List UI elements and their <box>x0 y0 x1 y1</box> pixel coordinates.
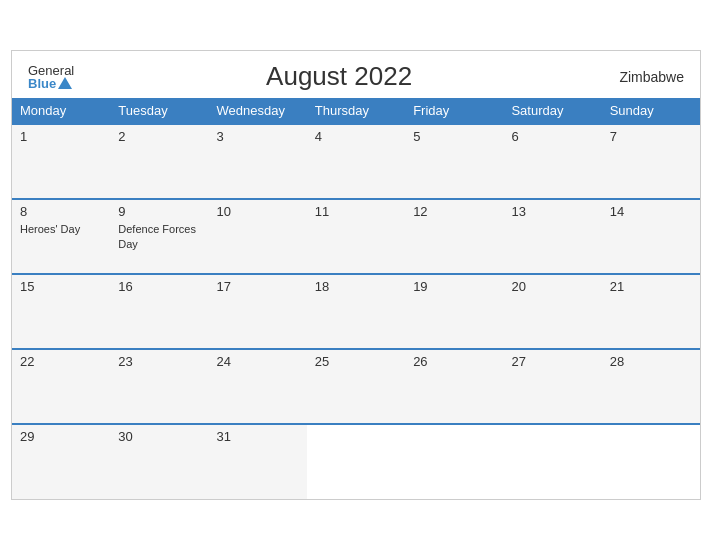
calendar-container: General Blue August 2022 Zimbabwe Monday… <box>11 50 701 500</box>
header-friday: Friday <box>405 98 503 124</box>
logo-general-text: General <box>28 64 74 77</box>
day-number: 13 <box>511 204 593 219</box>
calendar-cell <box>602 424 700 499</box>
header-tuesday: Tuesday <box>110 98 208 124</box>
day-number: 9 <box>118 204 200 219</box>
day-number: 30 <box>118 429 200 444</box>
header-wednesday: Wednesday <box>209 98 307 124</box>
calendar-cell: 6 <box>503 124 601 199</box>
week-row-5: 293031 <box>12 424 700 499</box>
day-number: 17 <box>217 279 299 294</box>
calendar-cell: 1 <box>12 124 110 199</box>
logo-blue-text: Blue <box>28 77 74 90</box>
calendar-cell: 21 <box>602 274 700 349</box>
day-number: 16 <box>118 279 200 294</box>
day-number: 31 <box>217 429 299 444</box>
calendar-cell: 23 <box>110 349 208 424</box>
day-number: 10 <box>217 204 299 219</box>
calendar-cell: 20 <box>503 274 601 349</box>
day-number: 24 <box>217 354 299 369</box>
holiday-label: Heroes' Day <box>20 223 80 235</box>
logo-triangle-icon <box>58 77 72 89</box>
day-number: 4 <box>315 129 397 144</box>
calendar-cell: 15 <box>12 274 110 349</box>
calendar-cell: 31 <box>209 424 307 499</box>
calendar-cell: 14 <box>602 199 700 274</box>
day-number: 11 <box>315 204 397 219</box>
calendar-cell: 19 <box>405 274 503 349</box>
day-number: 20 <box>511 279 593 294</box>
calendar-cell: 11 <box>307 199 405 274</box>
week-row-1: 1234567 <box>12 124 700 199</box>
day-number: 19 <box>413 279 495 294</box>
calendar-body: 12345678Heroes' Day9Defence Forces Day10… <box>12 124 700 499</box>
day-number: 8 <box>20 204 102 219</box>
calendar-cell: 18 <box>307 274 405 349</box>
day-number: 18 <box>315 279 397 294</box>
calendar-cell: 5 <box>405 124 503 199</box>
day-number: 22 <box>20 354 102 369</box>
day-number: 3 <box>217 129 299 144</box>
day-number: 26 <box>413 354 495 369</box>
calendar-cell: 10 <box>209 199 307 274</box>
calendar-cell: 25 <box>307 349 405 424</box>
calendar-cell: 29 <box>12 424 110 499</box>
day-number: 6 <box>511 129 593 144</box>
calendar-header: General Blue August 2022 Zimbabwe <box>12 51 700 98</box>
day-number: 15 <box>20 279 102 294</box>
calendar-cell: 3 <box>209 124 307 199</box>
calendar-cell: 13 <box>503 199 601 274</box>
calendar-title: August 2022 <box>74 61 604 92</box>
calendar-grid: Monday Tuesday Wednesday Thursday Friday… <box>12 98 700 499</box>
calendar-cell: 12 <box>405 199 503 274</box>
calendar-cell: 4 <box>307 124 405 199</box>
calendar-cell <box>503 424 601 499</box>
calendar-cell: 27 <box>503 349 601 424</box>
weekday-header-row: Monday Tuesday Wednesday Thursday Friday… <box>12 98 700 124</box>
calendar-cell: 2 <box>110 124 208 199</box>
calendar-cell <box>307 424 405 499</box>
calendar-cell <box>405 424 503 499</box>
week-row-3: 15161718192021 <box>12 274 700 349</box>
calendar-cell: 8Heroes' Day <box>12 199 110 274</box>
day-number: 14 <box>610 204 692 219</box>
day-number: 28 <box>610 354 692 369</box>
calendar-cell: 9Defence Forces Day <box>110 199 208 274</box>
week-row-2: 8Heroes' Day9Defence Forces Day101112131… <box>12 199 700 274</box>
day-number: 5 <box>413 129 495 144</box>
calendar-cell: 30 <box>110 424 208 499</box>
calendar-cell: 17 <box>209 274 307 349</box>
day-number: 1 <box>20 129 102 144</box>
calendar-country: Zimbabwe <box>604 69 684 85</box>
holiday-label: Defence Forces Day <box>118 223 196 250</box>
day-number: 21 <box>610 279 692 294</box>
day-number: 27 <box>511 354 593 369</box>
header-saturday: Saturday <box>503 98 601 124</box>
day-number: 7 <box>610 129 692 144</box>
calendar-cell: 26 <box>405 349 503 424</box>
day-number: 29 <box>20 429 102 444</box>
header-monday: Monday <box>12 98 110 124</box>
day-number: 23 <box>118 354 200 369</box>
calendar-cell: 7 <box>602 124 700 199</box>
logo: General Blue <box>28 64 74 90</box>
calendar-cell: 22 <box>12 349 110 424</box>
calendar-cell: 28 <box>602 349 700 424</box>
day-number: 12 <box>413 204 495 219</box>
header-thursday: Thursday <box>307 98 405 124</box>
day-number: 2 <box>118 129 200 144</box>
calendar-cell: 24 <box>209 349 307 424</box>
week-row-4: 22232425262728 <box>12 349 700 424</box>
day-number: 25 <box>315 354 397 369</box>
header-sunday: Sunday <box>602 98 700 124</box>
calendar-cell: 16 <box>110 274 208 349</box>
